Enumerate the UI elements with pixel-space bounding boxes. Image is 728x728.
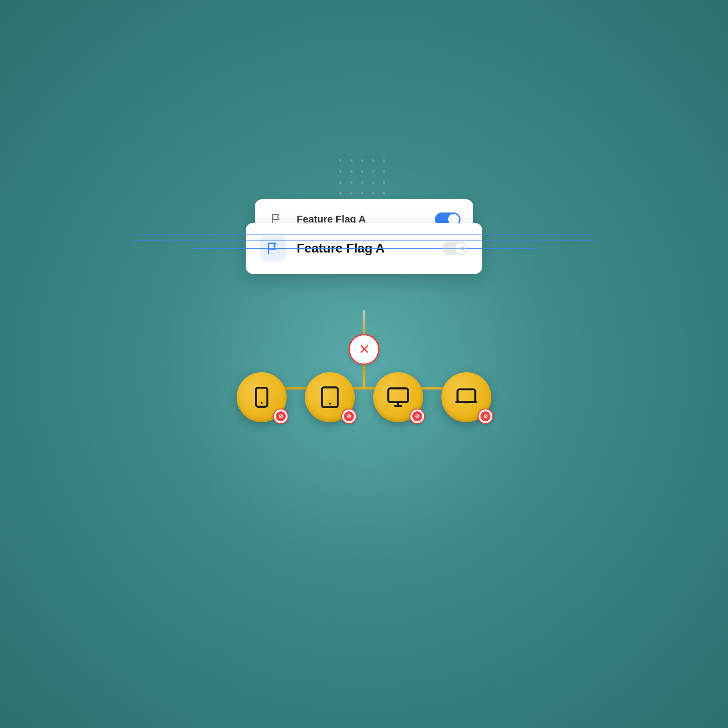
no-badge-mobile: ⊘ bbox=[273, 409, 288, 424]
no-badge-inner-mobile: ⊘ bbox=[276, 411, 286, 421]
no-badge-inner-desktop: ⊘ bbox=[412, 411, 422, 421]
no-badge-tablet: ⊘ bbox=[341, 409, 357, 424]
tablet-bubble: ⊘ bbox=[305, 372, 355, 422]
no-badge-laptop: ⊘ bbox=[478, 409, 493, 424]
mobile-icon bbox=[250, 386, 273, 409]
toggle-off-switch[interactable]: ✕ bbox=[442, 242, 468, 255]
devices-row: ⊘ ⊘ bbox=[237, 372, 491, 422]
no-symbol-laptop: ⊘ bbox=[483, 413, 488, 420]
no-symbol-mobile: ⊘ bbox=[278, 413, 283, 420]
connector-line-top bbox=[363, 310, 365, 338]
svg-rect-6 bbox=[388, 389, 408, 402]
main-scene: Feature Flag A ✓ Feature Flag A ✕ ✕ bbox=[205, 159, 523, 569]
feature-flag-card-front: Feature Flag A ✕ bbox=[246, 223, 482, 274]
desktop-icon bbox=[386, 385, 410, 409]
svg-point-5 bbox=[329, 403, 331, 404]
svg-point-3 bbox=[261, 402, 263, 404]
no-badge-desktop: ⊘ bbox=[410, 409, 425, 424]
flag-svg-front bbox=[265, 241, 281, 256]
no-badge-inner-laptop: ⊘ bbox=[480, 411, 490, 421]
x-gate-node: ✕ bbox=[349, 334, 379, 365]
device-laptop: ⊘ bbox=[441, 372, 491, 422]
no-symbol-tablet: ⊘ bbox=[347, 413, 351, 420]
device-desktop: ⊘ bbox=[373, 372, 423, 422]
device-mobile: ⊘ bbox=[237, 372, 287, 422]
flag-text-front: Feature Flag A bbox=[297, 241, 431, 256]
toggle-x-mark: ✕ bbox=[460, 246, 464, 251]
tablet-icon bbox=[318, 385, 342, 409]
laptop-bubble: ⊘ bbox=[441, 372, 491, 422]
flag-icon-front bbox=[260, 236, 286, 261]
laptop-icon bbox=[455, 385, 478, 409]
desktop-bubble: ⊘ bbox=[373, 372, 423, 422]
x-symbol: ✕ bbox=[359, 343, 370, 356]
no-symbol-desktop: ⊘ bbox=[415, 413, 420, 420]
mobile-bubble: ⊘ bbox=[237, 372, 287, 422]
svg-rect-9 bbox=[458, 389, 475, 402]
toggle-checkmark: ✓ bbox=[454, 217, 457, 222]
device-tablet: ⊘ bbox=[305, 372, 355, 422]
no-badge-inner-tablet: ⊘ bbox=[344, 411, 354, 421]
